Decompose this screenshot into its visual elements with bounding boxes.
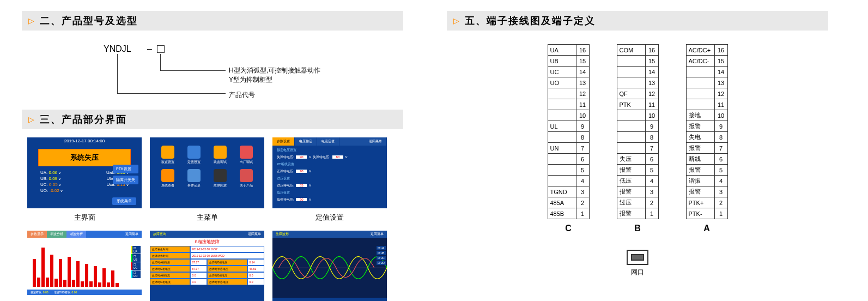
model-desc2: 产品代号	[229, 91, 255, 100]
back-button[interactable]: 返回菜单	[248, 232, 261, 237]
screen-menu: 装置设置 定值设置 装置调试 出厂调试 系统查看 事件记录 故障回放 关于产品	[150, 137, 264, 208]
tab-halfwave[interactable]: 半波分析	[47, 231, 66, 238]
section-2-header: ▷ 二、产品型号及选型	[22, 11, 403, 31]
terminal-letter-c: C	[548, 224, 590, 233]
harmonic-chart: ☑ UA ☐ UB ☐ UC ☐ UO	[27, 238, 142, 290]
screen2-caption: 主菜单	[150, 213, 264, 222]
menu-item-device-debug[interactable]: 装置调试	[209, 146, 231, 165]
section-5-title: 五、端子接线图及端子定义	[465, 14, 596, 27]
menu-item-about[interactable]: 关于产品	[235, 169, 257, 188]
terminal-table-c: UA16UB15UC14UO13121110UL98UN7654TGND3485…	[548, 44, 590, 219]
terminal-letter-a: A	[686, 224, 728, 233]
model-desc1-line2: Y型为抑制柜型	[229, 75, 320, 85]
terminal-diagram: UA16UB15UC14UO13121110UL98UN7654TGND3485…	[447, 39, 828, 239]
section-3-title: 三、产品部分界面	[40, 113, 127, 126]
model-desc1-line1: H型为消弧型,可控制接触器动作	[229, 66, 320, 75]
menu-item-system-view[interactable]: 系统查看	[157, 169, 179, 188]
menu-item-value-settings[interactable]: 定值设置	[183, 146, 205, 165]
screen1-caption: 主界面	[27, 213, 142, 222]
back-button[interactable]: 返回菜单	[371, 232, 384, 237]
model-box	[157, 45, 165, 53]
section-3-header: ▷ 三、产品部分界面	[22, 110, 403, 129]
netport-icon	[627, 250, 648, 265]
screen1-datetime: 2019-12-17 00:14:08	[27, 137, 142, 145]
back-button[interactable]: 返回菜单	[122, 231, 142, 238]
screen-settings: 参数设置 电压整定 电流定值 返回菜单 额定电压设置 失弹特电压: 30 V 失…	[272, 137, 387, 208]
terminal-letter-b: B	[617, 224, 659, 233]
waveform-chart	[272, 238, 387, 298]
screen-harmonic: 参数显示 半波分析 谐波分析 返回菜单 ☑ UA ☐ UB ☐ UC ☐ UO	[27, 231, 142, 301]
tab-param-display[interactable]: 参数显示	[27, 231, 47, 238]
menu-item-fault-replay[interactable]: 故障回放	[209, 169, 231, 188]
terminal-table-a: AC/DC+16AC/DC-1514131211接地10报警9失电8报警7断线6…	[686, 44, 728, 219]
menu-item-event-log[interactable]: 事件记录	[183, 169, 205, 188]
model-desc1: H型为消弧型,可控制接触器动作 Y型为抑制柜型	[229, 66, 320, 85]
menu-item-factory-debug[interactable]: 出厂调试	[235, 146, 257, 165]
model-dash: –	[147, 44, 152, 54]
model-diagram: YNDJL – H型为消弧型,可控制接触器动作 Y型为抑制柜型 产品代号	[22, 39, 403, 110]
section-2-title: 二、产品型号及选型	[40, 14, 138, 27]
screen-waveform: 故障波形返回菜单 ☑ UA ☑ UB ☑ UC ☑ UO	[272, 231, 387, 301]
triangle-icon: ▷	[28, 16, 34, 25]
screen3-caption: 定值设置	[272, 213, 387, 222]
screen-main: 2019-12-17 00:14:08 系统失压 UA: 0.06 vUab: …	[27, 137, 142, 208]
model-code: YNDJL	[104, 44, 131, 54]
netport-label: 网口	[447, 268, 828, 277]
isolation-button[interactable]: 隔离开关关	[113, 176, 138, 184]
menu-item-device-settings[interactable]: 装置设置	[157, 146, 179, 165]
fault-subtitle: B相接地故障	[150, 238, 264, 246]
section-5-header: ▷ 五、端子接线图及端子定义	[447, 11, 828, 31]
triangle-icon: ▷	[453, 16, 459, 25]
tab-current[interactable]: 电流定值	[317, 137, 339, 146]
tab-param[interactable]: 参数设置	[272, 137, 295, 146]
screen-fault-log: 故障查询返回菜单 B相接地故障 故障发生时间2019-12-02 00:16:5…	[150, 231, 264, 301]
ptk-button[interactable]: PTK设置	[113, 165, 138, 173]
tab-voltage[interactable]: 电压整定	[295, 137, 317, 146]
triangle-icon: ▷	[28, 115, 34, 124]
back-button[interactable]: 返回菜单	[365, 137, 387, 146]
terminal-table-b: COM16151413QF12PTK1110987失压6报警5低压4报警3过压2…	[617, 44, 659, 219]
screen1-alert: 系统失压	[38, 149, 131, 166]
back-button[interactable]: 系统菜单	[112, 197, 136, 205]
tab-harmonic[interactable]: 谐波分析	[66, 231, 86, 238]
network-port: 网口	[447, 250, 828, 277]
